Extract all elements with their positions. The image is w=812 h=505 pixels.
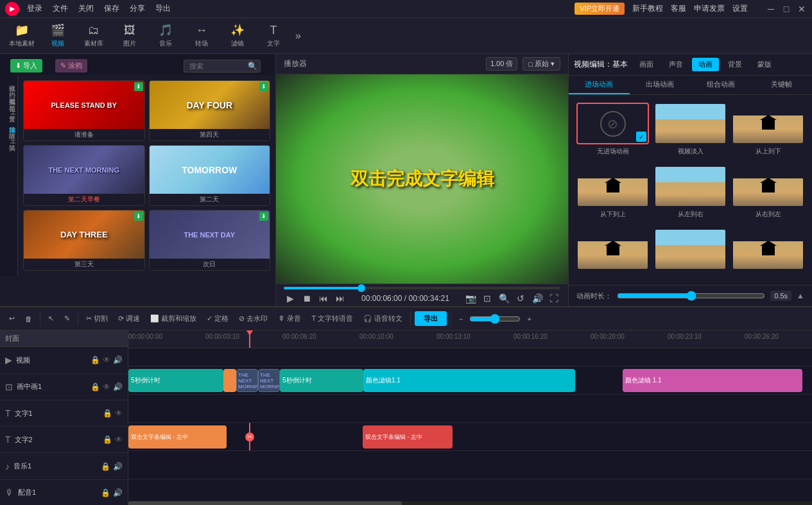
maximize-button[interactable]: □ <box>781 4 791 14</box>
menu-save[interactable]: 保存 <box>104 3 119 14</box>
volume-icon[interactable]: 🔊 <box>113 462 123 471</box>
volume-icon[interactable]: 🔊 <box>113 488 123 497</box>
list-item[interactable]: 视频淡入 <box>654 103 727 160</box>
delete-button[interactable]: 🗑 <box>21 313 36 325</box>
lock-icon[interactable]: 🔒 <box>101 488 110 497</box>
lock-icon[interactable]: 🔒 <box>101 462 110 471</box>
list-item[interactable]: 从下到上 <box>576 166 649 223</box>
clip-5sec-1[interactable]: 5秒倒计时 <box>128 369 223 392</box>
menu-tutorial[interactable]: 新手教程 <box>632 3 663 14</box>
lock-icon[interactable]: 🔒 <box>91 355 100 364</box>
stop-button[interactable]: ⏹ <box>300 293 313 304</box>
list-item[interactable] <box>732 228 804 277</box>
menu-login[interactable]: 登录 <box>27 3 42 14</box>
visibility-icon[interactable]: 👁 <box>115 435 123 444</box>
tool-video[interactable]: 🎬 视频 <box>41 20 74 52</box>
tab-audio[interactable]: 声音 <box>662 58 689 71</box>
progress-thumb[interactable] <box>358 284 365 292</box>
preview-mode-button[interactable]: □ 原始 ▾ <box>523 57 560 71</box>
clip-color-filter-2[interactable]: 颜色滤镜 1.1 <box>623 369 802 392</box>
list-item[interactable]: TOMORROW 第二天 <box>149 145 271 206</box>
visibility-icon[interactable]: 👁 <box>115 409 123 418</box>
tool-transition[interactable]: ↔ 转场 <box>185 20 218 52</box>
clip-next-morning-2[interactable]: THE NEXT MORNING <box>258 369 280 392</box>
speech-to-text-button[interactable]: 🎧 语音转文 <box>359 312 406 325</box>
next-frame-button[interactable]: ⏭ <box>334 293 347 304</box>
list-item[interactable] <box>654 228 727 277</box>
speed-button[interactable]: ⟳ 调速 <box>114 312 144 325</box>
screenshot-button[interactable]: 📷 <box>464 293 477 304</box>
list-item[interactable]: ⊘ ✓ 无进场动画 <box>576 103 649 160</box>
export-button[interactable]: 导出 <box>415 311 447 326</box>
zoom-out-button[interactable]: − <box>455 313 467 325</box>
record-button[interactable]: 🎙 录音 <box>274 312 305 325</box>
clip-5sec-2[interactable]: 5秒倒计时 <box>280 369 363 392</box>
tool-image[interactable]: 🖼 图片 <box>113 20 146 52</box>
search-icon[interactable]: 🔍 <box>248 62 257 71</box>
select-tool[interactable]: ↖ <box>44 312 58 325</box>
zoom-in-button[interactable]: + <box>523 313 535 325</box>
volume-button[interactable]: 🔊 <box>531 293 544 304</box>
lock-icon[interactable]: 🔒 <box>103 435 112 444</box>
paint-button[interactable]: ✎ 涂鸦 <box>50 56 92 75</box>
visibility-icon[interactable]: 👁 <box>103 355 110 364</box>
tab-combo-animation[interactable]: 组合动画 <box>691 76 752 94</box>
tab-mask[interactable]: 蒙版 <box>751 58 778 71</box>
duration-slider[interactable] <box>617 291 765 301</box>
import-button[interactable]: ⬇ 导入 <box>5 56 48 75</box>
text-to-speech-button[interactable]: T 文字转语音 <box>307 312 357 325</box>
paint-tool[interactable]: ✎ <box>60 312 74 325</box>
visibility-icon[interactable]: 👁 <box>103 382 110 391</box>
menu-support[interactable]: 客服 <box>671 3 686 14</box>
lock-icon[interactable]: 🔒 <box>91 382 100 391</box>
progress-track[interactable] <box>284 287 560 289</box>
volume-icon[interactable]: 🔊 <box>113 355 123 364</box>
clip-next-morning-1[interactable]: THE NEXT MORNING <box>236 369 258 392</box>
list-item[interactable]: DAY FOUR ⬇ 第四天 <box>149 80 271 141</box>
nav-transition-clip[interactable]: 转场片 <box>1 119 17 124</box>
list-item[interactable]: 从左到右 <box>654 166 727 223</box>
nav-popular[interactable]: 热门 <box>1 84 17 89</box>
rotate-button[interactable]: ↺ <box>514 293 527 304</box>
minimize-button[interactable]: ─ <box>766 4 776 14</box>
nav-video-edit[interactable]: 视频剪 <box>1 90 17 96</box>
menu-file[interactable]: 文件 <box>53 3 68 14</box>
tab-enter-animation[interactable]: 进场动画 <box>569 76 630 94</box>
timeline-scrollbar[interactable] <box>128 501 812 505</box>
scrollbar-thumb[interactable] <box>128 501 402 505</box>
timeline-zoom-slider[interactable] <box>469 314 521 324</box>
nav-glitch[interactable]: 故障H <box>1 125 17 135</box>
tool-music[interactable]: 🎵 音乐 <box>149 20 182 52</box>
tab-keyframe[interactable]: 关键帧 <box>751 76 812 94</box>
tab-image[interactable]: 画面 <box>633 58 660 71</box>
lock-icon[interactable]: 🔒 <box>103 409 112 418</box>
tab-exit-animation[interactable]: 出场动画 <box>630 76 691 94</box>
tab-background[interactable]: 背景 <box>721 58 748 71</box>
tool-media-lib[interactable]: 🗂 素材库 <box>77 20 110 52</box>
undo-button[interactable]: ↩ <box>5 312 19 325</box>
clip-text1-2[interactable]: 双击文字条编辑 - 左中 <box>363 425 453 449</box>
list-item[interactable]: 从右到左 <box>732 166 804 223</box>
vip-button[interactable]: VIP立即开通 <box>574 3 625 15</box>
nav-beautiful[interactable]: 精美H <box>1 97 17 107</box>
tool-text[interactable]: T 文字 <box>257 20 290 52</box>
nav-background[interactable]: 背景H <box>1 108 17 117</box>
clip-tomorrow-thumb[interactable] <box>223 369 236 392</box>
freeze-button[interactable]: ✓ 定格 <box>203 312 232 325</box>
list-item[interactable]: THE NEXT MORNING 第二天早餐 <box>23 145 145 206</box>
play-button[interactable]: ▶ <box>284 293 297 304</box>
list-item[interactable]: DAY THREE ⬇ 第三天 <box>23 210 145 271</box>
list-item[interactable]: THE NEXT DAY ⬇ 次日 <box>149 210 271 271</box>
crop-button[interactable]: ⬜ 裁剪和缩放 <box>146 312 200 325</box>
clip-color-filter-1[interactable]: 颜色滤镜1.1 <box>363 369 575 392</box>
tool-filter[interactable]: ✨ 滤镜 <box>221 20 254 52</box>
nav-funny[interactable]: 搞笑H <box>1 137 17 146</box>
duration-increment-button[interactable]: ▲ <box>797 291 804 300</box>
menu-close[interactable]: 关闭 <box>78 3 94 14</box>
list-item[interactable]: PLEASE STAND BY ⬇ 请准备 <box>23 80 145 141</box>
list-item[interactable] <box>576 228 649 277</box>
prev-frame-button[interactable]: ⏮ <box>317 293 330 304</box>
nav-favorites[interactable]: 收藏 <box>1 78 17 83</box>
close-button[interactable]: ✕ <box>797 4 807 14</box>
menu-share[interactable]: 分享 <box>130 3 145 14</box>
